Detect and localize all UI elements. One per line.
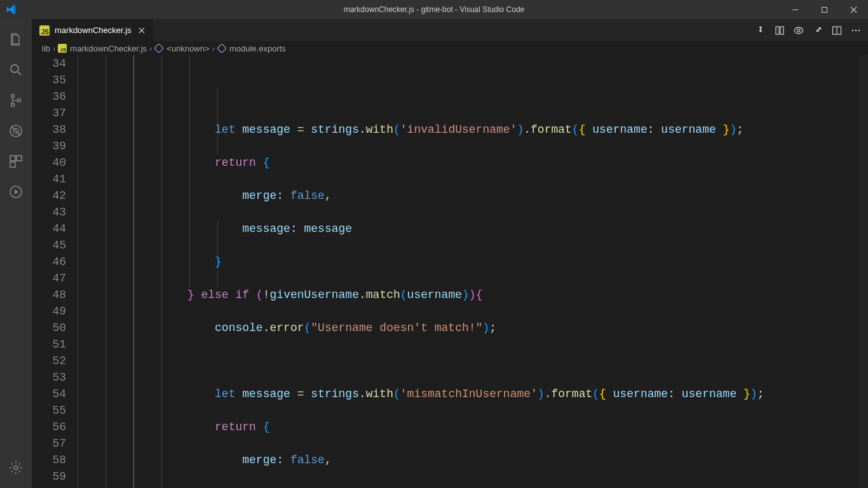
svg-point-18 — [858, 29, 860, 31]
svg-rect-8 — [17, 156, 22, 161]
line-number: 57 — [32, 435, 66, 452]
line-number: 42 — [32, 187, 66, 204]
symbol-icon — [154, 44, 163, 53]
line-number: 58 — [32, 452, 66, 468]
line-number: 59 — [32, 468, 66, 485]
svg-point-14 — [797, 29, 800, 32]
close-icon[interactable] — [137, 25, 147, 36]
title-bar: markdownChecker.js - gitme-bot - Visual … — [0, 0, 868, 19]
split-editor-icon[interactable] — [827, 19, 846, 41]
svg-point-3 — [11, 104, 15, 107]
compare-changes-icon[interactable] — [751, 19, 770, 41]
svg-rect-12 — [776, 27, 779, 34]
source-control-icon[interactable] — [0, 85, 32, 116]
line-number: 49 — [32, 303, 66, 320]
svg-rect-20 — [217, 44, 226, 53]
line-number: 40 — [32, 154, 66, 171]
js-file-icon: JS — [58, 44, 67, 53]
line-number: 54 — [32, 386, 66, 402]
more-actions-icon[interactable] — [846, 19, 865, 41]
window-controls — [780, 0, 868, 19]
line-number: 36 — [32, 88, 66, 105]
chevron-right-icon: › — [149, 44, 152, 53]
open-changes-icon[interactable] — [770, 19, 789, 41]
svg-point-1 — [11, 65, 18, 72]
chevron-right-icon: › — [212, 44, 215, 53]
search-icon[interactable] — [0, 55, 32, 85]
line-number: 52 — [32, 353, 66, 369]
symbol-icon — [217, 44, 226, 53]
breadcrumb-symbol[interactable]: <unknown> — [154, 44, 209, 53]
minimap[interactable] — [859, 55, 868, 488]
line-number: 34 — [32, 55, 66, 72]
activity-bar — [0, 19, 32, 488]
minimap-slider[interactable] — [859, 55, 868, 488]
svg-rect-13 — [780, 27, 783, 34]
line-number: 46 — [32, 254, 66, 270]
tab-label: markdownChecker.js — [55, 25, 132, 35]
vscode-logo-icon — [0, 0, 22, 19]
breadcrumb-symbol[interactable]: module.exports — [217, 44, 286, 53]
line-number: 55 — [32, 402, 66, 419]
minimize-button[interactable] — [780, 0, 810, 19]
svg-point-2 — [11, 95, 15, 98]
line-number: 37 — [32, 105, 66, 121]
breadcrumb-folder[interactable]: lib — [42, 44, 50, 53]
line-number: 41 — [32, 171, 66, 187]
tab-actions — [751, 19, 865, 41]
svg-point-4 — [18, 99, 21, 102]
editor-group: JS markdownChecker.js lib › JSmarkdownCh… — [32, 19, 868, 488]
line-number: 47 — [32, 270, 66, 287]
code-editor[interactable]: 3435363738394041424344454647484950515253… — [32, 55, 868, 488]
line-number: 43 — [32, 204, 66, 220]
line-number: 44 — [32, 220, 66, 237]
svg-rect-7 — [10, 156, 15, 161]
close-button[interactable] — [839, 0, 868, 19]
svg-point-16 — [852, 29, 854, 31]
svg-rect-9 — [10, 162, 15, 167]
explorer-icon[interactable] — [0, 24, 32, 55]
line-number: 45 — [32, 237, 66, 254]
extensions-icon[interactable] — [0, 146, 32, 177]
line-number: 56 — [32, 419, 66, 435]
tab-markdownchecker[interactable]: JS markdownChecker.js — [32, 19, 154, 41]
run-icon[interactable] — [808, 19, 827, 41]
line-number: 50 — [32, 320, 66, 336]
line-number: 39 — [32, 138, 66, 154]
settings-gear-icon[interactable] — [0, 452, 32, 483]
line-number: 38 — [32, 121, 66, 138]
breadcrumb[interactable]: lib › JSmarkdownChecker.js › <unknown> ›… — [32, 41, 868, 55]
live-share-icon[interactable] — [0, 177, 32, 207]
toggle-preview-icon[interactable] — [789, 19, 808, 41]
code-content[interactable]: let message = strings.with('invalidUsern… — [78, 55, 868, 488]
js-file-icon: JS — [39, 25, 50, 36]
svg-rect-0 — [822, 7, 827, 12]
breadcrumb-file[interactable]: JSmarkdownChecker.js — [58, 44, 147, 53]
line-number: 48 — [32, 287, 66, 303]
svg-point-17 — [855, 29, 857, 31]
line-number: 35 — [32, 72, 66, 88]
line-number-gutter: 3435363738394041424344454647484950515253… — [32, 55, 78, 488]
chevron-right-icon: › — [53, 44, 55, 53]
window-title: markdownChecker.js - gitme-bot - Visual … — [0, 5, 868, 14]
debug-icon[interactable] — [0, 116, 32, 146]
tab-bar: JS markdownChecker.js — [32, 19, 868, 41]
svg-rect-19 — [154, 44, 163, 53]
svg-point-11 — [14, 466, 18, 470]
maximize-button[interactable] — [810, 0, 839, 19]
line-number: 53 — [32, 369, 66, 386]
line-number: 51 — [32, 336, 66, 353]
